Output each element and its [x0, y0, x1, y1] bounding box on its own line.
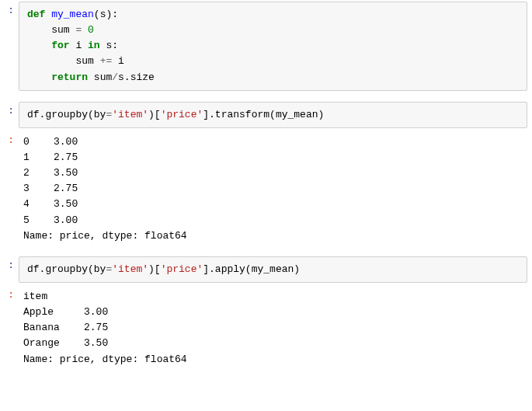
code-cell-1: : def my_mean(s): sum = 0 for i in s: su…: [0, 0, 532, 92]
keyword-return: return: [51, 71, 88, 83]
spacer: [0, 92, 532, 100]
code-text: [27, 71, 51, 83]
string-literal: 'price': [161, 263, 203, 275]
output-cell-3: : item Apple 3.00 Banana 2.75 Orange 3.5…: [0, 284, 532, 378]
keyword-def: def: [27, 9, 45, 20]
input-prompt: :: [0, 100, 17, 130]
operator: /: [112, 71, 118, 83]
code-text: sum: [27, 24, 75, 36]
output-text: 0 3.00 1 2.75 2 3.50 3 2.75 4 3.50 5 3.0…: [19, 130, 527, 249]
code-text: (: [94, 9, 100, 20]
code-block[interactable]: df.groupby(by='item')['price'].transform…: [19, 102, 527, 128]
code-text: [27, 40, 51, 51]
function-name: my_mean: [51, 9, 94, 20]
code-text: sum: [88, 71, 112, 83]
code-cell-2: : df.groupby(by='item')['price'].transfo…: [0, 100, 532, 130]
code-text: ].transform(my_mean): [203, 109, 324, 120]
output-text: item Apple 3.00 Banana 2.75 Orange 3.50 …: [19, 284, 527, 372]
code-text: s.size: [118, 71, 155, 83]
string-literal: 'price': [161, 109, 203, 120]
code-text: i: [112, 55, 124, 67]
string-literal: 'item': [112, 263, 148, 275]
output-cell-2: : 0 3.00 1 2.75 2 3.50 3 2.75 4 3.50 5 3…: [0, 130, 532, 255]
keyword-for: for: [51, 40, 69, 51]
string-literal: 'item': [112, 109, 148, 120]
keyword-in: in: [88, 40, 100, 51]
input-prompt: :: [0, 0, 17, 92]
operator: +=: [100, 55, 113, 67]
code-text: ].apply(my_mean): [203, 263, 300, 275]
code-text: i: [70, 40, 88, 51]
input-prompt: :: [0, 255, 17, 284]
code-text: df.groupby(by: [27, 263, 106, 275]
output-prompt: :: [0, 130, 17, 255]
code-text: sum: [27, 55, 100, 67]
number-literal: 0: [88, 24, 94, 36]
code-text: ):: [106, 9, 118, 20]
code-text: df.groupby(by: [27, 109, 106, 120]
code-text: )[: [148, 109, 161, 120]
code-block[interactable]: def my_mean(s): sum = 0 for i in s: sum …: [19, 2, 527, 91]
code-text: [82, 24, 88, 36]
output-prompt: :: [0, 284, 17, 378]
code-block[interactable]: df.groupby(by='item')['price'].apply(my_…: [19, 256, 527, 283]
code-cell-3: : df.groupby(by='item')['price'].apply(m…: [0, 255, 532, 284]
code-text: )[: [148, 263, 161, 275]
code-text: s:: [100, 40, 118, 51]
